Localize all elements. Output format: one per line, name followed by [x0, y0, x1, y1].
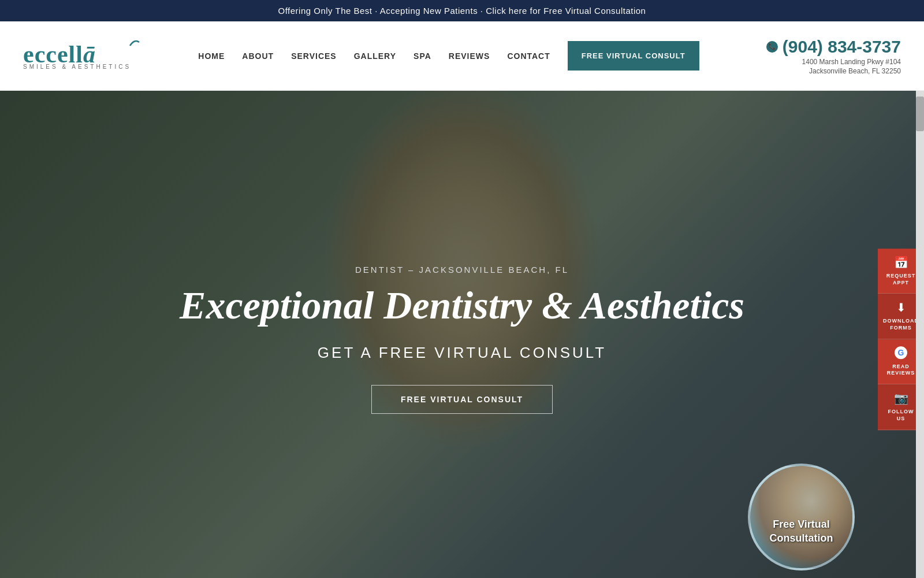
scrollbar-thumb[interactable] — [916, 97, 924, 131]
hero-title: Exceptional Dentistry & Aesthetics — [180, 284, 744, 327]
scrollbar[interactable] — [916, 91, 924, 578]
nav-home[interactable]: HOME — [198, 51, 225, 61]
free-consult-circle[interactable]: Free Virtual Consultation — [748, 464, 855, 570]
logo-area[interactable]: eccellā SMILES & AESTHETICS — [23, 42, 131, 70]
phone-icon: 📞 — [766, 41, 778, 53]
hero-subtitle: DENTIST – JACKSONVILLE BEACH, FL — [180, 265, 744, 275]
nav-reviews[interactable]: REVIEWS — [449, 51, 490, 61]
calendar-icon: 📅 — [894, 255, 908, 269]
logo-name: eccellā — [23, 42, 131, 66]
read-reviews-label: READREVIEWS — [887, 364, 915, 377]
phone-number[interactable]: 📞 (904) 834-3737 — [766, 37, 901, 57]
download-icon: ⬇ — [896, 301, 906, 315]
hero-cta-text: GET A FREE VIRTUAL CONSULT — [180, 344, 744, 362]
nav-spa[interactable]: SPA — [413, 51, 431, 61]
banner-text: Offering Only The Best · Accepting New P… — [278, 6, 646, 16]
header-free-consult-button[interactable]: FREE VIRTUAL CONSULT — [568, 41, 699, 71]
download-forms-label: DOWNLOADFORMS — [883, 318, 919, 332]
main-nav: HOME ABOUT SERVICES GALLERY SPA REVIEWS … — [198, 41, 699, 71]
consult-circle-bg — [750, 466, 852, 568]
nav-about[interactable]: ABOUT — [242, 51, 274, 61]
google-icon: G — [895, 346, 907, 359]
hero-section: DENTIST – JACKSONVILLE BEACH, FL Excepti… — [0, 91, 924, 578]
nav-services[interactable]: SERVICES — [291, 51, 337, 61]
hero-content: DENTIST – JACKSONVILLE BEACH, FL Excepti… — [180, 265, 744, 414]
address-line-1: 1400 Marsh Landing Pkwy #104 — [766, 58, 901, 66]
instagram-icon: 📷 — [894, 391, 908, 405]
nav-gallery[interactable]: GALLERY — [354, 51, 396, 61]
request-appt-label: REQUESTAPPT — [886, 273, 916, 286]
hero-free-consult-button[interactable]: FREE VIRTUAL CONSULT — [371, 385, 553, 414]
address-line-2: Jacksonville Beach, FL 32250 — [766, 67, 901, 75]
top-banner[interactable]: Offering Only The Best · Accepting New P… — [0, 0, 924, 21]
nav-contact[interactable]: CONTACT — [507, 51, 550, 61]
consult-circle-text: Free Virtual Consultation — [750, 518, 852, 545]
follow-us-label: FOLLOWUS — [888, 409, 914, 422]
header: eccellā SMILES & AESTHETICS HOME ABOUT S… — [0, 21, 924, 91]
contact-info: 📞 (904) 834-3737 1400 Marsh Landing Pkwy… — [766, 37, 901, 75]
